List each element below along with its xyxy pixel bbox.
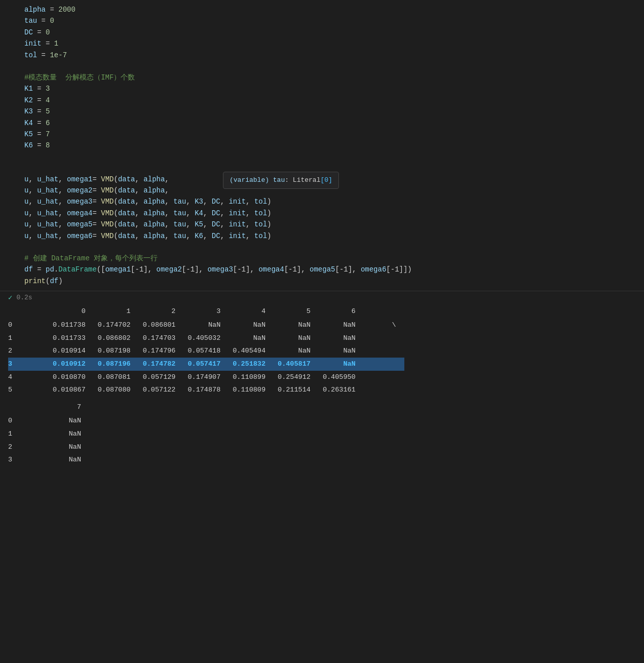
- code-editor: alpha = 2000 tau = 0 DC = 0 init = 1 tol…: [0, 0, 644, 291]
- table-cell: NaN: [274, 319, 319, 332]
- code-line-20: u, u_hat, omega5= VMD(data, alpha, tau, …: [0, 219, 644, 230]
- table-cell: 0.057418: [183, 344, 229, 358]
- code-token: =: [37, 50, 50, 61]
- table-row-index: 0: [8, 414, 49, 427]
- code-line-21: u, u_hat, omega6= VMD(data, alpha, tau, …: [0, 230, 644, 242]
- table-cell: NaN: [274, 332, 319, 345]
- table-row-index: 5: [8, 383, 49, 397]
- code-token: K1: [24, 83, 33, 94]
- table-cell: 0.405817: [274, 358, 319, 371]
- table-row: 1 0.011733 0.086802 0.174703 0.405032 Na…: [8, 332, 404, 345]
- code-token: 7: [46, 129, 50, 140]
- code-token: init: [24, 38, 42, 49]
- table-cell: 0.251832: [229, 358, 274, 371]
- table-cell: NaN: [49, 427, 89, 441]
- data-table-main: 0 1 2 3 4 5 6 0 0.011738 0.174702 0.0868…: [8, 305, 404, 397]
- code-line-24: df = pd.DataFrame([omega1[-1], omega2[-1…: [0, 264, 644, 275]
- table-cell: 0.057129: [139, 371, 184, 384]
- table-header-cell: [364, 305, 404, 319]
- code-token: tol: [24, 50, 37, 61]
- table-row-index: 1: [8, 427, 49, 441]
- table-cell: 0.254912: [274, 371, 319, 384]
- code-token: =: [33, 83, 46, 94]
- table-cell: 0.010912: [49, 358, 94, 371]
- table-cell: 0.211514: [274, 383, 319, 397]
- check-icon: ✓: [8, 292, 12, 303]
- code-line-4: init = 1: [0, 38, 644, 49]
- code-line-25: print(df): [0, 276, 644, 287]
- tooltip-value: [0]: [320, 176, 332, 184]
- output-timing-line: ✓ 0.2s: [0, 291, 644, 304]
- table-header-cell: 2: [139, 305, 184, 319]
- table-cell: 0.086802: [94, 332, 139, 345]
- table-row: 5 0.010867 0.087080 0.057122 0.174878 0.…: [8, 383, 404, 397]
- table-row: 0 0.011738 0.174702 0.086801 NaN NaN NaN…: [8, 319, 404, 332]
- table-cell: 0.174796: [139, 344, 184, 358]
- code-line-10: K3 = 5: [0, 106, 644, 117]
- tooltip-type: Literal: [293, 176, 321, 184]
- code-token: =: [46, 4, 58, 15]
- code-token: =: [33, 95, 46, 106]
- table-row-index: 4: [8, 371, 49, 384]
- table-row-index: 2: [8, 344, 49, 358]
- code-token: 4: [46, 95, 50, 106]
- table-cell: 0.174878: [183, 383, 229, 397]
- table-row: 4 0.010870 0.087081 0.057129 0.174907 0.…: [8, 371, 404, 384]
- data-table-continuation: 7 0 NaN 1 NaN 2 NaN 3 NaN: [8, 401, 89, 466]
- code-token: alpha: [24, 4, 46, 15]
- table-row: 0 NaN: [8, 414, 89, 427]
- table-header-row: 0 1 2 3 4 5 6: [8, 305, 404, 319]
- code-token: 0: [50, 15, 54, 26]
- code-token: K2: [24, 95, 33, 106]
- table-header-cell: 0: [49, 305, 94, 319]
- code-token: =: [33, 106, 46, 117]
- code-line-15: [0, 163, 644, 174]
- code-line-8: K1 = 3: [0, 83, 644, 94]
- timing-value: 0.2s: [16, 293, 32, 303]
- table-cell: 0.087198: [94, 344, 139, 358]
- table-cell: NaN: [229, 332, 274, 345]
- code-token: K3: [24, 106, 33, 117]
- tooltip-label: (variable) tau: [230, 176, 285, 184]
- code-token: =: [33, 140, 46, 151]
- table-cell: 0.010870: [49, 371, 94, 384]
- output-table-1: 0 1 2 3 4 5 6 0 0.011738 0.174702 0.0868…: [0, 305, 644, 475]
- table-cell: NaN: [319, 358, 364, 371]
- table-cell: 0.087080: [94, 383, 139, 397]
- code-token: 8: [46, 140, 50, 151]
- code-line-18: u, u_hat, omega3= VMD(data, alpha, tau, …: [0, 196, 644, 207]
- code-line-1: alpha = 2000: [0, 4, 644, 15]
- code-line-7: #模态数量 分解模态（IMF）个数: [0, 72, 644, 83]
- table-cell: 0.110899: [229, 371, 274, 384]
- table-header-cell: 7: [49, 401, 89, 415]
- code-token: #模态数量 分解模态（IMF）个数: [24, 72, 135, 83]
- code-token: 6: [46, 118, 50, 129]
- code-line-14: [0, 151, 644, 163]
- code-token: u: [24, 174, 28, 185]
- table-cell: 0.263161: [319, 383, 364, 397]
- code-token: 1e-7: [50, 50, 67, 61]
- table-row-index: 0: [8, 319, 49, 332]
- table-cell: 0.174907: [183, 371, 229, 384]
- code-line-2: tau = 0: [0, 15, 644, 26]
- code-token: K5: [24, 129, 33, 140]
- code-line-3: DC = 0: [0, 27, 644, 38]
- table-header-cell: [8, 401, 49, 415]
- table-row: 1 NaN: [8, 427, 89, 441]
- table-header-cell: 3: [183, 305, 229, 319]
- table-row-index: 2: [8, 441, 49, 454]
- table-header-cell: 1: [94, 305, 139, 319]
- table-cell: 0.010867: [49, 383, 94, 397]
- table-cell: 0.011738: [49, 319, 94, 332]
- table-cell: NaN: [229, 319, 274, 332]
- table-cell: 0.174703: [139, 332, 184, 345]
- code-line-6: [0, 61, 644, 72]
- code-token: tau: [24, 15, 37, 26]
- code-line-12: K5 = 7: [0, 129, 644, 140]
- table-cell backslash-cell: \: [364, 319, 404, 332]
- table-cell: 0.011733: [49, 332, 94, 345]
- table-cell: 0.110809: [229, 383, 274, 397]
- table-cell: 0.087081: [94, 371, 139, 384]
- code-token: =: [33, 129, 46, 140]
- table-cell: 0.057122: [139, 383, 184, 397]
